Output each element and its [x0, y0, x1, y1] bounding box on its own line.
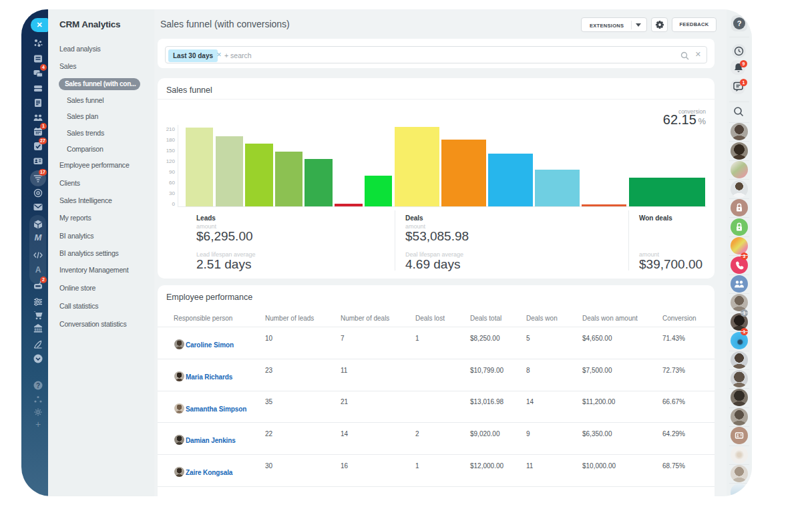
- svg-text:?: ?: [36, 382, 40, 389]
